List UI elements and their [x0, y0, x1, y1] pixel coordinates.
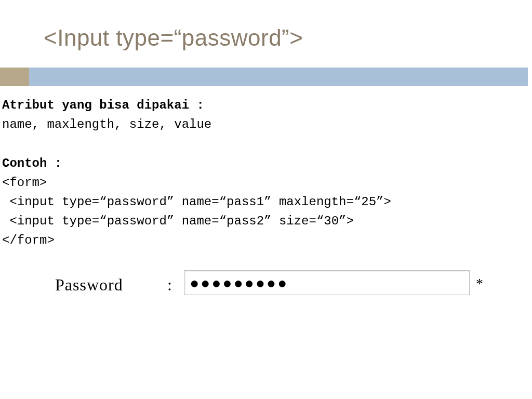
accent-bar — [0, 68, 532, 88]
password-masked-value: ●●●●●●●●● — [190, 274, 288, 291]
password-label: Password — [55, 275, 123, 295]
code-line-2: <input type=“password” name=“pass1” maxl… — [2, 195, 391, 209]
accent-bar-right — [29, 68, 528, 86]
example-heading: Contoh : — [2, 156, 62, 170]
password-colon: : — [167, 275, 172, 295]
rendered-example: Password : ●●●●●●●●● * — [55, 270, 481, 301]
attributes-heading: Atribut yang bisa dipakai : — [2, 98, 204, 112]
slide: <Input type=“password”> Atribut yang bis… — [0, 0, 532, 399]
slide-body: Atribut yang bisa dipakai : name, maxlen… — [2, 96, 522, 250]
code-line-4: </form> — [2, 233, 55, 247]
code-line-3: <input type=“password” name=“pass2” size… — [2, 214, 354, 228]
password-input[interactable]: ●●●●●●●●● — [184, 270, 470, 295]
slide-title: <Input type=“password”> — [44, 25, 303, 51]
attributes-list: name, maxlength, size, value — [2, 117, 211, 131]
code-line-1: <form> — [2, 176, 47, 190]
accent-bar-left — [0, 68, 29, 86]
required-mark: * — [476, 275, 483, 292]
